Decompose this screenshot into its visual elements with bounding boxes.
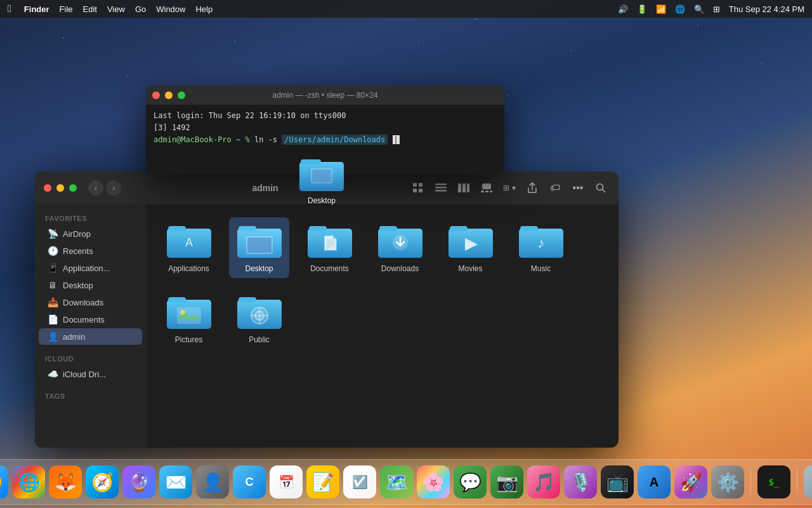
tag-button[interactable]: 🏷 <box>546 179 564 197</box>
sidebar-item-icloud-drive[interactable]: ☁️ iCloud Dri... <box>39 366 142 382</box>
sidebar-item-documents[interactable]: 📄 Documents <box>39 311 142 328</box>
svg-rect-13 <box>462 184 466 192</box>
dock-safari[interactable]: 🧭 <box>86 465 119 498</box>
search-icon[interactable]: 🔍 <box>694 4 704 14</box>
finder-item-applications[interactable]: A Applications <box>159 217 219 278</box>
menubar-app-name[interactable]: Finder <box>24 4 49 14</box>
svg-rect-28 <box>309 226 327 231</box>
dock-finder[interactable]: 🙂 <box>0 465 8 498</box>
sidebar-downloads-label: Downloads <box>63 298 103 307</box>
terminal-cursor: | <box>393 135 400 144</box>
desktop-folder-desktop-icon[interactable]: Desktop <box>296 156 347 205</box>
svg-rect-11 <box>435 190 447 192</box>
dock-divider <box>750 469 751 495</box>
sidebar-item-airdrop[interactable]: 📡 AirDrop <box>39 225 142 242</box>
finder-body: Favorites 📡 AirDrop 🕐 Recents 📱 Applicat… <box>35 204 619 448</box>
menubar-view[interactable]: View <box>107 4 125 14</box>
dock-photos[interactable]: 🌸 <box>417 465 450 498</box>
dock-reminders[interactable]: ☑️ <box>343 465 376 498</box>
svg-rect-36 <box>520 226 538 231</box>
menubar-help[interactable]: Help <box>195 4 213 14</box>
share-button[interactable] <box>523 179 541 197</box>
menubar-edit[interactable]: Edit <box>83 4 97 14</box>
svg-rect-7 <box>413 189 417 192</box>
menubar-window[interactable]: Window <box>156 4 185 14</box>
dock-siri[interactable]: 🔮 <box>122 465 155 498</box>
terminal-maximize-button[interactable] <box>178 91 185 99</box>
sidebar-item-applications[interactable]: 📱 Application... <box>39 260 142 276</box>
menubar-go[interactable]: Go <box>135 4 146 14</box>
battery-icon[interactable]: 🔋 <box>637 4 647 14</box>
sidebar-item-desktop[interactable]: 🖥 Desktop <box>39 277 142 293</box>
dock-notes[interactable]: 📝 <box>306 465 339 498</box>
dock-appstore[interactable]: A <box>638 465 671 498</box>
terminal-line2: [3] 1492 <box>154 122 497 134</box>
dock-maps[interactable]: 🗺️ <box>380 465 413 498</box>
dock-trash[interactable]: 🗑️ <box>804 465 812 498</box>
wifi-icon[interactable]: 📶 <box>656 4 666 14</box>
recents-icon: 🕐 <box>48 246 58 256</box>
svg-rect-14 <box>467 184 469 192</box>
terminal-close-button[interactable] <box>152 91 160 99</box>
finder-maximize-button[interactable] <box>69 184 77 192</box>
finder-forward-button[interactable]: › <box>106 180 121 196</box>
list-view-button[interactable] <box>432 179 450 197</box>
sidebar-item-downloads[interactable]: 📥 Downloads <box>39 294 142 311</box>
gallery-view-button[interactable] <box>478 179 495 197</box>
dock-chrome[interactable]: 🌐 <box>12 465 45 498</box>
column-view-button[interactable] <box>455 179 473 197</box>
finder-item-music[interactable]: ♪ Music <box>511 217 571 278</box>
terminal-line1: Last login: Thu Sep 22 16:19:10 on ttys0… <box>154 110 497 122</box>
dock-settings[interactable]: ⚙️ <box>711 465 744 498</box>
icloud-label: iCloud <box>35 352 146 365</box>
volume-icon[interactable]: 🔊 <box>618 4 628 14</box>
sidebar-item-recents[interactable]: 🕐 Recents <box>39 243 142 259</box>
sidebar-icloud-label: iCloud Dri... <box>63 370 106 379</box>
dock-firefox[interactable]: 🦊 <box>49 465 82 498</box>
finder-close-button[interactable] <box>44 184 51 192</box>
svg-rect-31 <box>379 226 397 231</box>
dock-podcasts[interactable]: 🎙️ <box>564 465 597 498</box>
menubar:  Finder File Edit View Go Window Help 🔊… <box>0 0 812 18</box>
music-folder-icon: ♪ <box>519 222 563 260</box>
sort-button[interactable]: ⊞ ▾ <box>501 179 518 197</box>
dock-terminal[interactable]: $_ <box>757 465 790 498</box>
finder-window: ‹ › admin <box>35 171 619 448</box>
dock-mail[interactable]: ✉️ <box>159 465 192 498</box>
terminal-command: ln -s <box>254 135 282 144</box>
finder-item-documents[interactable]: 📄 Documents <box>299 217 360 278</box>
finder-item-movies[interactable]: Movies <box>440 217 501 278</box>
finder-item-downloads[interactable]: Downloads <box>370 217 430 278</box>
svg-rect-5 <box>413 183 417 187</box>
icon-view-button[interactable] <box>409 179 427 197</box>
svg-rect-10 <box>435 187 447 189</box>
dock-facetime[interactable]: 📷 <box>490 465 523 498</box>
finder-item-desktop[interactable]: Desktop <box>229 217 289 278</box>
sidebar-documents-label: Documents <box>63 315 105 324</box>
finder-window-title: admin <box>126 183 404 193</box>
menubar-left:  Finder File Edit View Go Window Help <box>8 3 213 15</box>
dock-canister[interactable]: C <box>233 465 266 498</box>
sidebar-item-admin[interactable]: 👤 admin <box>39 328 142 345</box>
finder-minimize-button[interactable] <box>56 184 64 192</box>
svg-rect-26 <box>247 237 272 253</box>
dock-launchpad[interactable]: 🚀 <box>674 465 707 498</box>
favorites-label: Favorites <box>35 212 146 225</box>
finder-item-public[interactable]: Public <box>229 288 289 349</box>
finder-item-pictures[interactable]: Pictures <box>159 288 219 349</box>
control-center-icon[interactable]: ⊞ <box>713 4 720 14</box>
apple-menu[interactable]:  <box>8 3 11 15</box>
icloud-drive-icon: ☁️ <box>48 369 58 379</box>
dock-contacts[interactable]: 👤 <box>196 465 229 498</box>
dock-appletv[interactable]: 📺 <box>601 465 634 498</box>
dock-messages[interactable]: 💬 <box>454 465 487 498</box>
more-button[interactable]: ••• <box>569 179 587 197</box>
dock-calendar[interactable]: 📅 <box>270 465 303 498</box>
svg-rect-17 <box>485 190 488 192</box>
finder-back-button[interactable]: ‹ <box>88 180 103 196</box>
menubar-file[interactable]: File <box>60 4 73 14</box>
search-button[interactable] <box>592 179 610 197</box>
terminal-minimize-button[interactable] <box>165 91 173 99</box>
language-icon[interactable]: 🌐 <box>675 4 685 14</box>
dock-music[interactable]: 🎵 <box>527 465 560 498</box>
